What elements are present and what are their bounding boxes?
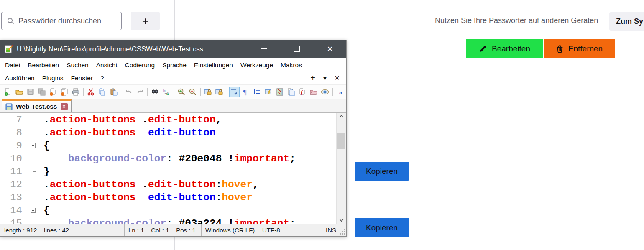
fold-margin[interactable] bbox=[25, 113, 43, 224]
menu-item-plugins[interactable]: Plugins bbox=[38, 74, 67, 82]
undo-icon[interactable] bbox=[123, 87, 134, 97]
code-editor[interactable]: 789101112131415 .action-buttons .edit-bu… bbox=[0, 113, 346, 224]
code-text-area[interactable]: .action-buttons .edit-button,.action-but… bbox=[43, 113, 336, 224]
tab-label: Web-Test.css bbox=[16, 103, 57, 110]
open-file-icon[interactable] bbox=[14, 87, 24, 97]
saved-floppy-icon bbox=[5, 103, 13, 110]
cut-icon[interactable] bbox=[86, 87, 96, 97]
window-titlebar[interactable]: U:\Nightly Neu\Firefox\profile\chrome\CS… bbox=[0, 40, 346, 58]
line-number-gutter: 789101112131415 bbox=[0, 113, 25, 224]
line-number-8: 8 bbox=[0, 126, 25, 139]
function-list-icon[interactable]: f bbox=[297, 87, 307, 97]
new-file-icon[interactable] bbox=[3, 87, 13, 97]
menu-row-1: DateiBearbeitenSuchenAnsichtCodierungSpr… bbox=[1, 59, 345, 71]
trash-icon bbox=[556, 45, 564, 53]
menu-item-datei[interactable]: Datei bbox=[1, 61, 24, 69]
menu-item-werkzeuge[interactable]: Werkzeuge bbox=[237, 61, 277, 69]
menu-item-sprache[interactable]: Sprache bbox=[158, 61, 190, 69]
vertical-scrollbar[interactable] bbox=[336, 113, 346, 224]
search-input-placeholder[interactable]: Passwörter durchsuchen bbox=[18, 17, 101, 26]
menu-item-ansicht[interactable]: Ansicht bbox=[92, 61, 121, 69]
screen: { "page": { "search": {"placeholder": "P… bbox=[0, 0, 644, 250]
menu-item-item[interactable]: ? bbox=[97, 74, 108, 82]
fold-cell-line-13 bbox=[25, 191, 43, 204]
line-number-7: 7 bbox=[0, 113, 25, 126]
toolbar-dropdown-icon[interactable]: ▼ bbox=[321, 74, 329, 82]
menu-item-einstellungen[interactable]: Einstellungen bbox=[190, 61, 237, 69]
window-title: U:\Nightly Neu\Firefox\profile\chrome\CS… bbox=[17, 45, 211, 53]
maximize-button[interactable] bbox=[290, 40, 304, 58]
menu-item-codierung[interactable]: Codierung bbox=[121, 61, 159, 69]
menu-item-ausf-hren[interactable]: Ausführen bbox=[1, 74, 38, 82]
resize-grip[interactable] bbox=[338, 224, 346, 236]
close-all-files-icon[interactable] bbox=[59, 87, 70, 97]
toolbar-add-icon[interactable]: + bbox=[309, 73, 317, 83]
minimize-button[interactable] bbox=[257, 40, 271, 58]
status-insert-mode: INS bbox=[322, 224, 338, 236]
remove-button[interactable]: Entfernen bbox=[544, 39, 615, 58]
sync-scroll-vertical-icon[interactable] bbox=[203, 87, 213, 97]
save-icon[interactable] bbox=[25, 87, 36, 97]
fold-marker-start-line-9[interactable] bbox=[25, 139, 43, 152]
password-search-box[interactable]: Passwörter durchsuchen bbox=[1, 12, 122, 30]
close-window-button[interactable]: × bbox=[323, 40, 337, 58]
sync-scroll-horizontal-icon[interactable] bbox=[214, 87, 225, 97]
status-doc-info: length : 912 lines : 42 bbox=[0, 224, 125, 236]
word-wrap-icon[interactable] bbox=[229, 87, 240, 97]
fold-marker-start-line-14[interactable] bbox=[25, 204, 43, 217]
scroll-up-arrow[interactable] bbox=[337, 113, 346, 120]
line-number-15: 15 bbox=[0, 217, 25, 224]
line-number-10: 10 bbox=[0, 152, 25, 165]
document-map-icon[interactable] bbox=[274, 87, 285, 97]
tab-bar: Web-Test.css × bbox=[0, 99, 346, 113]
menu-bar: DateiBearbeitenSuchenAnsichtCodierungSpr… bbox=[0, 58, 346, 85]
redo-icon[interactable] bbox=[135, 87, 145, 97]
overflow-chevron-icon[interactable]: » bbox=[335, 87, 346, 97]
copy-username-button[interactable]: Kopieren bbox=[355, 162, 409, 181]
zoom-out-icon[interactable] bbox=[188, 87, 198, 97]
replace-icon[interactable]: ba bbox=[161, 87, 171, 97]
function-completion-icon[interactable] bbox=[263, 87, 273, 97]
scroll-down-arrow[interactable] bbox=[337, 217, 346, 224]
toolbar-separator bbox=[121, 88, 121, 96]
menu-item-suchen[interactable]: Suchen bbox=[63, 61, 92, 69]
copy-password-button[interactable]: Kopieren bbox=[355, 218, 409, 237]
fold-cell-line-8 bbox=[25, 126, 43, 139]
tab-web-test-css[interactable]: Web-Test.css × bbox=[2, 99, 72, 112]
notepad-plus-plus-window: U:\Nightly Neu\Firefox\profile\chrome\CS… bbox=[0, 40, 347, 237]
code-line-15: background-color: #03a224 !important; bbox=[43, 217, 336, 224]
toolbar: ba¶f» bbox=[0, 85, 346, 99]
add-login-button[interactable]: + bbox=[131, 12, 160, 30]
zoom-in-icon[interactable] bbox=[176, 87, 187, 97]
svg-text:¶: ¶ bbox=[243, 88, 247, 96]
menu-item-makros[interactable]: Makros bbox=[277, 61, 306, 69]
paste-icon[interactable] bbox=[108, 87, 119, 97]
find-icon[interactable] bbox=[150, 87, 160, 97]
menu-right-controls: +▼× bbox=[309, 73, 345, 83]
show-all-characters-icon[interactable]: ¶ bbox=[240, 87, 251, 97]
line-number-14: 14 bbox=[0, 204, 25, 217]
folder-as-workspace-icon[interactable] bbox=[309, 87, 319, 97]
monitoring-icon[interactable] bbox=[320, 87, 330, 97]
copy-icon[interactable] bbox=[97, 87, 107, 97]
edit-button-label: Bearbeiten bbox=[492, 44, 530, 54]
toolbar-separator bbox=[147, 88, 148, 96]
code-line-12: .action-buttons .edit-button:hover, bbox=[43, 178, 336, 191]
print-icon[interactable] bbox=[71, 87, 81, 97]
sync-signin-button[interactable]: Zum Sy bbox=[609, 12, 644, 31]
close-file-icon[interactable] bbox=[48, 87, 58, 97]
tab-close-icon[interactable]: × bbox=[61, 103, 68, 110]
save-all-icon[interactable] bbox=[36, 87, 47, 97]
status-cursor-position: Ln : 1 Col : 1 Pos : 1 bbox=[125, 224, 202, 236]
line-number-12: 12 bbox=[0, 178, 25, 191]
search-icon bbox=[7, 18, 14, 25]
menu-item-bearbeiten[interactable]: Bearbeiten bbox=[24, 61, 63, 69]
scrollbar-thumb[interactable] bbox=[337, 133, 345, 149]
menu-item-fenster[interactable]: Fenster bbox=[67, 74, 97, 82]
toolbar-close-icon[interactable]: × bbox=[333, 73, 341, 83]
status-bar: length : 912 lines : 42 Ln : 1 Col : 1 P… bbox=[0, 224, 346, 236]
document-list-icon[interactable] bbox=[286, 87, 296, 97]
indent-guides-icon[interactable] bbox=[252, 87, 262, 97]
toolbar-separator bbox=[83, 88, 84, 96]
edit-button[interactable]: Bearbeiten bbox=[466, 39, 543, 58]
